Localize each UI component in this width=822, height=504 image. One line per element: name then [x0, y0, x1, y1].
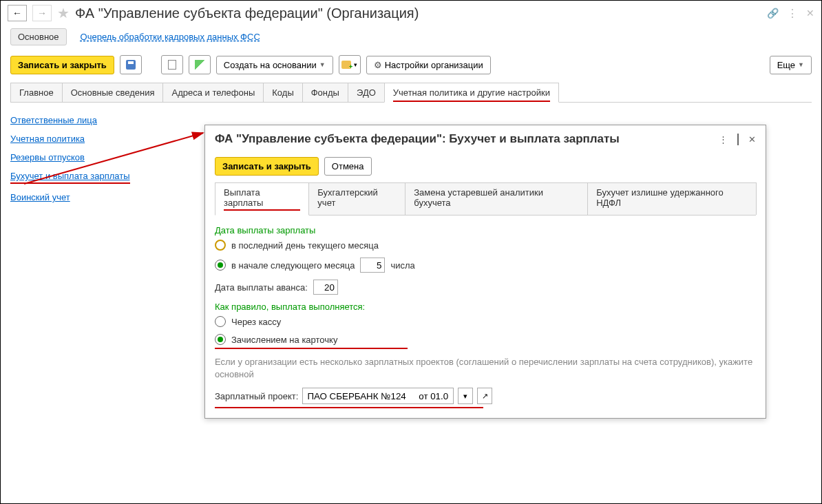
radio-begin-next[interactable]	[215, 260, 226, 271]
payroll-dialog: ФА "Управление субъекта федерации": Буху…	[204, 125, 766, 419]
tab-funds[interactable]: Фонды	[302, 83, 348, 102]
subnav-queue-link[interactable]: Очередь обработки кадровых данных ФСС	[81, 32, 260, 42]
day-input[interactable]	[360, 258, 385, 273]
dialog-save-close-button[interactable]: Записать и закрыть	[215, 157, 319, 176]
tab-main[interactable]: Главное	[10, 83, 63, 102]
main-tabs: Главное Основные сведения Адреса и телеф…	[10, 83, 812, 103]
page-title: ФА "Управление субъекта федерации" (Орга…	[75, 6, 419, 21]
chevron-down-icon: ▼	[319, 61, 326, 68]
tab-addresses[interactable]: Адреса и телефоны	[162, 83, 264, 102]
label-cash: Через кассу	[231, 317, 281, 327]
label-last-day: в последний день текущего месяца	[231, 240, 379, 251]
project-label: Зарплатный проект:	[215, 391, 298, 401]
dialog-tab-accounting[interactable]: Бухгалтерский учет	[308, 182, 405, 215]
chevron-down-icon: ▾	[354, 61, 357, 68]
disk-icon	[126, 60, 136, 70]
pay-date-group-title: Дата выплаты зарплаты	[215, 225, 756, 235]
forward-button[interactable]: →	[32, 5, 52, 21]
folder-button[interactable]: ▾	[339, 55, 361, 74]
tab-edo[interactable]: ЭДО	[348, 83, 385, 102]
favorite-star-icon[interactable]: ★	[57, 5, 70, 21]
chevron-down-icon: ▼	[798, 61, 804, 68]
dialog-close-icon[interactable]: ✕	[748, 134, 756, 145]
link-responsible[interactable]: Ответственные лица	[10, 115, 130, 125]
advance-input[interactable]	[313, 280, 338, 295]
more-button[interactable]: Еще ▼	[770, 56, 812, 74]
radio-last-day[interactable]	[215, 240, 226, 251]
save-close-button[interactable]: Записать и закрыть	[10, 56, 114, 74]
link-reserves[interactable]: Резервы отпусков	[10, 152, 130, 162]
advance-label: Дата выплаты аванса:	[215, 282, 308, 293]
tab-codes[interactable]: Коды	[263, 83, 302, 102]
link-accounting-policy[interactable]: Учетная политика	[10, 134, 130, 144]
project-input[interactable]	[302, 388, 454, 404]
save-button[interactable]	[120, 55, 142, 74]
dialog-title: ФА "Управление субъекта федерации": Буху…	[215, 132, 620, 146]
dialog-menu-icon[interactable]: ⋮	[719, 134, 728, 145]
link-military[interactable]: Воинский учет	[10, 192, 130, 202]
close-icon[interactable]: ✕	[806, 8, 814, 19]
more-menu-icon[interactable]: ⋮	[787, 7, 798, 20]
project-dropdown-button[interactable]: ▾	[458, 388, 473, 404]
back-button[interactable]: ←	[8, 5, 27, 21]
tab-accounting-policy[interactable]: Учетная политика и другие настройки	[384, 83, 559, 103]
link-payroll-accounting[interactable]: Бухучет и выплата зарплаты	[10, 171, 130, 184]
document-button[interactable]	[161, 55, 183, 74]
project-open-button[interactable]: ↗	[477, 388, 492, 404]
create-based-button[interactable]: Создать на основании ▼	[216, 56, 333, 74]
pencil-icon	[195, 60, 204, 70]
edit-button[interactable]	[189, 55, 211, 74]
document-icon	[168, 60, 176, 70]
radio-card[interactable]	[215, 334, 226, 345]
link-icon[interactable]: 🔗	[767, 8, 779, 19]
dialog-tab-analytics[interactable]: Замена устаревшей аналитики бухучета	[405, 182, 588, 215]
radio-cash[interactable]	[215, 316, 226, 327]
method-group-title: Как правило, выплата выполняется:	[215, 302, 756, 312]
org-settings-button[interactable]: Настройки организации	[366, 56, 491, 74]
dialog-tab-ndfl[interactable]: Бухучет излишне удержанного НДФЛ	[587, 182, 757, 215]
label-begin-next: в начале следующего месяца	[231, 260, 355, 271]
hint-text: Если у организации есть несколько зарпла…	[215, 356, 756, 381]
dialog-tab-payment[interactable]: Выплата зарплаты	[215, 182, 309, 216]
dialog-maximize-icon[interactable]	[737, 134, 739, 145]
tab-basic-info[interactable]: Основные сведения	[62, 83, 164, 102]
gear-icon	[374, 60, 382, 70]
subnav-main[interactable]: Основное	[10, 28, 67, 45]
folder-icon	[341, 61, 351, 69]
label-card: Зачислением на карточку	[231, 335, 337, 345]
label-day-suffix: числа	[390, 260, 414, 271]
dialog-cancel-button[interactable]: Отмена	[324, 157, 372, 176]
